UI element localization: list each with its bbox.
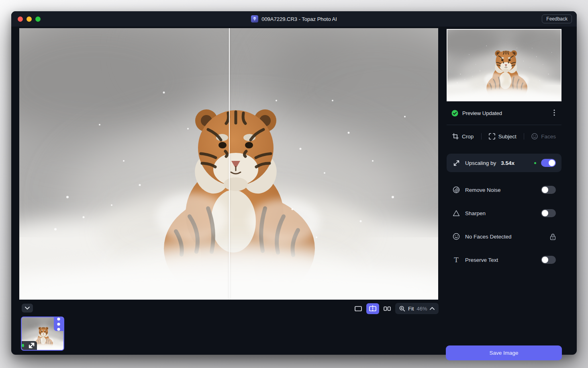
right-panel: Preview Updated Crop Subject Faces	[446, 28, 562, 355]
close-window-button[interactable]	[18, 16, 23, 22]
filmstrip-collapse-button[interactable]	[22, 304, 33, 312]
magnifier-icon	[399, 306, 405, 312]
sharpen-triangle-icon	[452, 210, 460, 216]
sharpen-label: Sharpen	[465, 210, 486, 216]
zoom-control[interactable]: Fit 46%	[395, 303, 439, 314]
preview-status-row: Preview Updated	[447, 107, 561, 119]
app-logo-icon	[251, 15, 258, 23]
remove-noise-label: Remove Noise	[465, 187, 501, 193]
ellipsis-vertical-icon	[553, 109, 555, 116]
view-mode-controls	[352, 303, 394, 314]
upscale-arrows-icon	[452, 160, 460, 167]
feedback-button[interactable]: Feedback	[542, 14, 572, 23]
thumbnail-status-badge	[22, 341, 37, 350]
thumbnail-menu-button[interactable]	[54, 317, 63, 331]
split-view-icon	[369, 305, 376, 312]
navigator-preview[interactable]	[447, 29, 561, 101]
window-title-group: 009A7229.CR3 - Topaz Photo AI	[11, 11, 577, 27]
subject-button[interactable]: Subject	[489, 133, 517, 140]
window-title: 009A7229.CR3 - Topaz Photo AI	[261, 16, 337, 22]
denoise-icon	[452, 186, 460, 193]
chevron-down-icon	[25, 306, 30, 310]
processed-dot-icon	[22, 344, 24, 347]
minimize-window-button[interactable]	[27, 16, 32, 22]
sharpen-toggle[interactable]	[541, 209, 556, 217]
panel-divider	[447, 125, 561, 125]
face-recovery-label: No Faces Detected	[465, 234, 512, 240]
navigator-image	[447, 30, 561, 101]
side-by-side-view-icon	[384, 306, 391, 311]
upscaling-label: Upscaling by	[465, 160, 496, 166]
sharpen-row[interactable]: Sharpen	[447, 205, 561, 221]
comparison-split-handle[interactable]	[229, 28, 230, 300]
filmstrip-thumbnail[interactable]	[21, 317, 64, 351]
upscaling-toggle[interactable]	[541, 159, 556, 167]
upscale-arrows-icon	[26, 341, 37, 350]
lock-icon	[550, 233, 556, 240]
upscaling-active-dot-icon	[534, 162, 536, 164]
faces-label: Faces	[541, 134, 556, 140]
traffic-lights	[18, 16, 41, 22]
view-single-button[interactable]	[352, 303, 365, 314]
preserve-text-row[interactable]: T Preserve Text	[447, 252, 561, 268]
subject-label: Subject	[498, 134, 517, 140]
tools-divider	[481, 133, 482, 140]
crop-icon	[452, 133, 459, 140]
tools-divider	[524, 133, 524, 140]
app-window: 009A7229.CR3 - Topaz Photo AI Feedback	[11, 11, 577, 355]
single-view-icon	[355, 306, 362, 311]
save-image-button[interactable]: Save Image	[446, 345, 562, 360]
image-canvas[interactable]	[19, 28, 438, 300]
crop-button[interactable]: Crop	[452, 133, 474, 140]
subject-select-icon	[489, 133, 495, 140]
remove-noise-row[interactable]: Remove Noise	[447, 182, 561, 198]
view-side-by-side-button[interactable]	[381, 303, 394, 314]
zoom-percent-value: 46%	[416, 306, 427, 312]
view-split-button[interactable]	[366, 303, 379, 314]
preserve-text-label: Preserve Text	[465, 257, 498, 263]
preserve-text-toggle[interactable]	[541, 256, 556, 264]
face-icon	[452, 233, 460, 240]
chevron-up-icon	[430, 307, 435, 310]
edit-tools-row: Crop Subject Faces	[447, 130, 561, 143]
remove-noise-toggle[interactable]	[541, 186, 556, 194]
upscaling-value: 3.54x	[501, 160, 514, 166]
face-recovery-row[interactable]: No Faces Detected	[447, 228, 561, 245]
check-circle-icon	[451, 110, 458, 117]
zoom-fit-label: Fit	[408, 306, 414, 312]
text-icon: T	[452, 257, 460, 263]
face-icon	[531, 133, 538, 140]
titlebar: 009A7229.CR3 - Topaz Photo AI Feedback	[11, 11, 577, 27]
preview-status-label: Preview Updated	[462, 110, 548, 116]
zoom-window-button[interactable]	[35, 16, 41, 22]
preview-menu-button[interactable]	[552, 109, 557, 118]
ellipsis-vertical-icon	[54, 317, 63, 331]
upscaling-card[interactable]: Upscaling by 3.54x	[447, 154, 561, 172]
crop-label: Crop	[462, 134, 474, 140]
faces-button[interactable]: Faces	[531, 133, 556, 140]
